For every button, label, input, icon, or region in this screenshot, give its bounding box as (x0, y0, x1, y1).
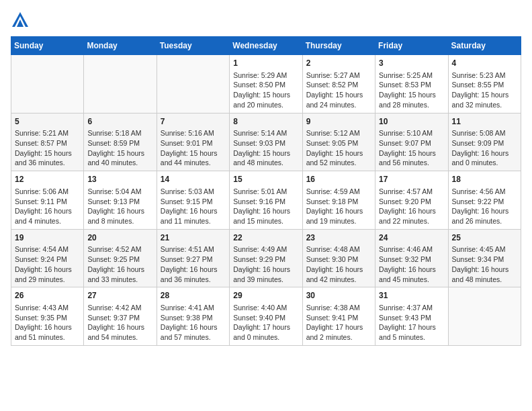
day-info: Sunrise: 4:41 AM Sunset: 9:38 PM Dayligh… (161, 303, 226, 342)
day-number: 25 (452, 232, 517, 244)
calendar-cell: 31Sunrise: 4:37 AM Sunset: 9:43 PM Dayli… (375, 287, 448, 346)
calendar-cell (84, 55, 157, 113)
day-info: Sunrise: 4:38 AM Sunset: 9:41 PM Dayligh… (306, 303, 371, 342)
day-number: 21 (161, 232, 226, 244)
calendar-cell: 8Sunrise: 5:14 AM Sunset: 9:03 PM Daylig… (230, 113, 302, 171)
day-number: 30 (306, 290, 371, 302)
day-number: 8 (233, 116, 298, 128)
calendar-cell: 12Sunrise: 5:06 AM Sunset: 9:11 PM Dayli… (11, 171, 84, 230)
day-number: 18 (452, 174, 517, 185)
day-header-monday: Monday (84, 37, 157, 55)
day-info: Sunrise: 5:16 AM Sunset: 9:01 PM Dayligh… (161, 128, 226, 168)
day-info: Sunrise: 5:04 AM Sunset: 9:13 PM Dayligh… (87, 187, 152, 226)
day-number: 7 (161, 116, 226, 128)
day-number: 26 (15, 290, 80, 302)
day-number: 14 (161, 174, 226, 185)
day-info: Sunrise: 5:10 AM Sunset: 9:07 PM Dayligh… (379, 128, 444, 168)
day-number: 1 (233, 58, 298, 69)
day-header-sunday: Sunday (11, 37, 84, 55)
day-info: Sunrise: 4:46 AM Sunset: 9:32 PM Dayligh… (379, 244, 444, 284)
day-info: Sunrise: 5:18 AM Sunset: 8:59 PM Dayligh… (87, 128, 152, 168)
day-info: Sunrise: 5:27 AM Sunset: 8:52 PM Dayligh… (306, 71, 371, 110)
day-number: 20 (87, 232, 152, 244)
day-info: Sunrise: 5:06 AM Sunset: 9:11 PM Dayligh… (15, 187, 80, 226)
day-info: Sunrise: 5:01 AM Sunset: 9:16 PM Dayligh… (233, 187, 298, 226)
calendar-cell: 21Sunrise: 4:51 AM Sunset: 9:27 PM Dayli… (157, 229, 229, 287)
calendar-week-row: 1Sunrise: 5:29 AM Sunset: 8:50 PM Daylig… (11, 55, 521, 113)
calendar-cell: 15Sunrise: 5:01 AM Sunset: 9:16 PM Dayli… (230, 171, 302, 230)
day-number: 11 (452, 116, 517, 128)
day-number: 19 (15, 232, 80, 244)
day-info: Sunrise: 5:23 AM Sunset: 8:55 PM Dayligh… (452, 71, 517, 110)
calendar-cell: 17Sunrise: 4:57 AM Sunset: 9:20 PM Dayli… (375, 171, 448, 230)
calendar-cell: 30Sunrise: 4:38 AM Sunset: 9:41 PM Dayli… (302, 287, 375, 346)
page-header (11, 11, 521, 30)
calendar-cell (448, 287, 521, 346)
calendar-cell: 16Sunrise: 4:59 AM Sunset: 9:18 PM Dayli… (302, 171, 375, 230)
day-number: 4 (452, 58, 517, 69)
calendar-cell: 13Sunrise: 5:04 AM Sunset: 9:13 PM Dayli… (84, 171, 157, 230)
day-info: Sunrise: 4:56 AM Sunset: 9:22 PM Dayligh… (452, 187, 517, 226)
day-header-friday: Friday (375, 37, 448, 55)
day-info: Sunrise: 4:52 AM Sunset: 9:25 PM Dayligh… (87, 244, 152, 284)
calendar-cell: 26Sunrise: 4:43 AM Sunset: 9:35 PM Dayli… (11, 287, 84, 346)
day-number: 17 (379, 174, 444, 185)
calendar-cell: 22Sunrise: 4:49 AM Sunset: 9:29 PM Dayli… (230, 229, 302, 287)
day-number: 6 (87, 116, 152, 128)
calendar-cell: 4Sunrise: 5:23 AM Sunset: 8:55 PM Daylig… (448, 55, 521, 113)
day-info: Sunrise: 4:51 AM Sunset: 9:27 PM Dayligh… (161, 244, 226, 284)
day-number: 28 (161, 290, 226, 302)
day-info: Sunrise: 4:45 AM Sunset: 9:34 PM Dayligh… (452, 244, 517, 284)
calendar-cell: 7Sunrise: 5:16 AM Sunset: 9:01 PM Daylig… (157, 113, 229, 171)
calendar-cell: 23Sunrise: 4:48 AM Sunset: 9:30 PM Dayli… (302, 229, 375, 287)
day-info: Sunrise: 4:57 AM Sunset: 9:20 PM Dayligh… (379, 187, 444, 226)
calendar-cell: 27Sunrise: 4:42 AM Sunset: 9:37 PM Dayli… (84, 287, 157, 346)
day-info: Sunrise: 5:12 AM Sunset: 9:05 PM Dayligh… (306, 128, 371, 168)
day-number: 13 (87, 174, 152, 185)
day-number: 22 (233, 232, 298, 244)
logo (11, 11, 32, 30)
calendar-week-row: 5Sunrise: 5:21 AM Sunset: 8:57 PM Daylig… (11, 113, 521, 171)
day-info: Sunrise: 5:14 AM Sunset: 9:03 PM Dayligh… (233, 128, 298, 168)
calendar-cell: 29Sunrise: 4:40 AM Sunset: 9:40 PM Dayli… (230, 287, 302, 346)
calendar-cell: 28Sunrise: 4:41 AM Sunset: 9:38 PM Dayli… (157, 287, 229, 346)
calendar-cell: 14Sunrise: 5:03 AM Sunset: 9:15 PM Dayli… (157, 171, 229, 230)
day-header-tuesday: Tuesday (157, 37, 229, 55)
calendar-cell: 25Sunrise: 4:45 AM Sunset: 9:34 PM Dayli… (448, 229, 521, 287)
calendar-cell: 18Sunrise: 4:56 AM Sunset: 9:22 PM Dayli… (448, 171, 521, 230)
calendar-header-row: SundayMondayTuesdayWednesdayThursdayFrid… (11, 37, 521, 55)
day-info: Sunrise: 4:59 AM Sunset: 9:18 PM Dayligh… (306, 187, 371, 226)
calendar-cell: 11Sunrise: 5:08 AM Sunset: 9:09 PM Dayli… (448, 113, 521, 171)
day-info: Sunrise: 5:29 AM Sunset: 8:50 PM Dayligh… (233, 71, 298, 110)
day-number: 29 (233, 290, 298, 302)
day-number: 24 (379, 232, 444, 244)
day-info: Sunrise: 4:42 AM Sunset: 9:37 PM Dayligh… (87, 303, 152, 342)
day-number: 2 (306, 58, 371, 69)
day-info: Sunrise: 4:54 AM Sunset: 9:24 PM Dayligh… (15, 244, 80, 284)
calendar-cell: 24Sunrise: 4:46 AM Sunset: 9:32 PM Dayli… (375, 229, 448, 287)
day-info: Sunrise: 4:49 AM Sunset: 9:29 PM Dayligh… (233, 244, 298, 284)
calendar-cell: 9Sunrise: 5:12 AM Sunset: 9:05 PM Daylig… (302, 113, 375, 171)
day-info: Sunrise: 5:03 AM Sunset: 9:15 PM Dayligh… (161, 187, 226, 226)
calendar-cell: 3Sunrise: 5:25 AM Sunset: 8:53 PM Daylig… (375, 55, 448, 113)
calendar-cell (11, 55, 84, 113)
calendar-cell: 10Sunrise: 5:10 AM Sunset: 9:07 PM Dayli… (375, 113, 448, 171)
calendar-cell: 2Sunrise: 5:27 AM Sunset: 8:52 PM Daylig… (302, 55, 375, 113)
day-info: Sunrise: 5:21 AM Sunset: 8:57 PM Dayligh… (15, 128, 80, 168)
day-number: 15 (233, 174, 298, 185)
logo-icon (11, 11, 30, 30)
calendar-cell: 1Sunrise: 5:29 AM Sunset: 8:50 PM Daylig… (230, 55, 302, 113)
day-number: 12 (15, 174, 80, 185)
day-number: 23 (306, 232, 371, 244)
calendar-cell: 19Sunrise: 4:54 AM Sunset: 9:24 PM Dayli… (11, 229, 84, 287)
day-number: 3 (379, 58, 444, 69)
calendar-cell: 6Sunrise: 5:18 AM Sunset: 8:59 PM Daylig… (84, 113, 157, 171)
day-info: Sunrise: 5:08 AM Sunset: 9:09 PM Dayligh… (452, 128, 517, 168)
day-info: Sunrise: 4:43 AM Sunset: 9:35 PM Dayligh… (15, 303, 80, 342)
calendar-week-row: 12Sunrise: 5:06 AM Sunset: 9:11 PM Dayli… (11, 171, 521, 230)
day-number: 10 (379, 116, 444, 128)
day-header-thursday: Thursday (302, 37, 375, 55)
day-info: Sunrise: 4:48 AM Sunset: 9:30 PM Dayligh… (306, 244, 371, 284)
day-number: 31 (379, 290, 444, 302)
calendar-table: SundayMondayTuesdayWednesdayThursdayFrid… (11, 36, 521, 346)
